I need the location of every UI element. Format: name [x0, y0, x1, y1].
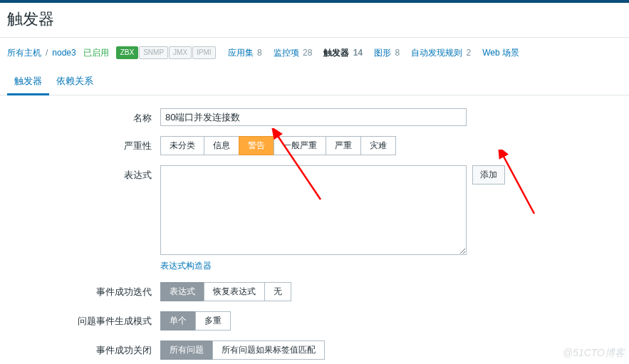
nav-graphs[interactable]: 图形 8	[374, 47, 400, 59]
watermark: @51CTO博客	[563, 347, 625, 360]
label-name: 名称	[7, 108, 160, 125]
severity-warning[interactable]: 警告	[239, 136, 274, 155]
page-title: 触发器	[0, 3, 629, 38]
severity-information[interactable]: 信息	[204, 136, 239, 155]
label-severity: 严重性	[7, 136, 160, 152]
label-ok-event-gen: 事件成功迭代	[7, 282, 160, 298]
severity-not-classified[interactable]: 未分类	[160, 136, 204, 155]
problem-mode-single[interactable]: 单个	[160, 311, 196, 331]
ok-gen-none[interactable]: 无	[264, 282, 291, 301]
tabs: 触发器 依赖关系	[0, 63, 629, 95]
breadcrumb-all-hosts[interactable]: 所有主机	[7, 47, 41, 59]
nav-applications[interactable]: 应用集 8	[228, 47, 262, 59]
nav-triggers[interactable]: 触发器 14	[323, 47, 363, 59]
problem-mode-multiple[interactable]: 多重	[195, 311, 231, 331]
proto-badge-ipmi: IPMI	[192, 46, 216, 59]
label-ok-close: 事件成功关闭	[7, 340, 160, 357]
name-input[interactable]	[160, 108, 467, 126]
breadcrumb-host[interactable]: node3	[52, 48, 76, 58]
nav-discovery[interactable]: 自动发现规则 2	[411, 47, 471, 59]
host-status-enabled: 已启用	[83, 47, 109, 59]
expression-builder-link[interactable]: 表达式构造器	[160, 260, 467, 272]
problem-mode-selector: 单个 多重	[160, 311, 231, 331]
severity-average[interactable]: 一般严重	[274, 136, 326, 155]
label-expression: 表达式	[7, 165, 160, 182]
nav-web[interactable]: Web 场景	[482, 47, 519, 59]
host-nav-row: 所有主机 / node3 已启用 ZBXSNMPJMXIPMI 应用集 8 监控…	[0, 38, 629, 63]
ok-gen-recovery[interactable]: 恢复表达式	[204, 282, 265, 301]
ok-event-gen-selector: 表达式 恢复表达式 无	[160, 282, 291, 301]
tab-trigger[interactable]: 触发器	[7, 71, 49, 95]
nav-items[interactable]: 监控项 28	[274, 47, 313, 59]
proto-badge-zbx: ZBX	[116, 46, 138, 59]
breadcrumb-sep: /	[46, 48, 48, 58]
ok-close-all[interactable]: 所有问题	[160, 340, 213, 360]
severity-high[interactable]: 严重	[326, 136, 361, 155]
label-problem-mode: 问题事件生成模式	[7, 311, 160, 328]
proto-badge-jmx: JMX	[169, 46, 192, 59]
ok-close-selector: 所有问题 所有问题如果标签值匹配	[160, 340, 325, 360]
ok-gen-expression[interactable]: 表达式	[160, 282, 204, 301]
proto-badge-snmp: SNMP	[139, 46, 168, 59]
ok-close-tag-match[interactable]: 所有问题如果标签值匹配	[212, 340, 325, 360]
expression-add-button[interactable]: 添加	[472, 165, 505, 184]
tab-dependencies[interactable]: 依赖关系	[49, 71, 100, 95]
expression-textarea[interactable]	[160, 165, 467, 255]
severity-selector: 未分类 信息 警告 一般严重 严重 灾难	[160, 136, 396, 155]
severity-disaster[interactable]: 灾难	[360, 136, 396, 155]
